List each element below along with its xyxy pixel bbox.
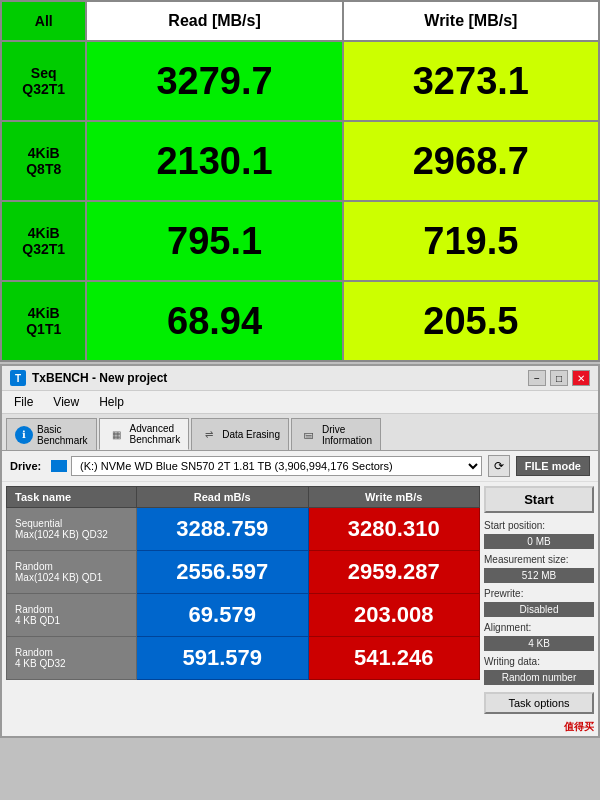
results-table: Task name Read mB/s Write mB/s Sequentia… — [6, 486, 480, 680]
start-pos-label: Start position: — [484, 520, 594, 531]
tab-drive-information[interactable]: 🖴 DriveInformation — [291, 418, 381, 450]
data-erasing-label: Data Erasing — [222, 429, 280, 440]
write-seq-max: 3280.310 — [308, 508, 480, 551]
start-pos-value: 0 MB — [484, 534, 594, 549]
read-rand-4kb-qd1: 69.579 — [137, 594, 309, 637]
read-col-header: Read mB/s — [137, 487, 309, 508]
menu-bar: File View Help — [2, 391, 598, 414]
task-rand-max: RandomMax(1024 KB) QD1 — [7, 551, 137, 594]
4kib-q32t1-write: 719.5 — [343, 201, 599, 281]
start-button[interactable]: Start — [484, 486, 594, 513]
4kib-q1t1-row: 4KiBQ1T1 68.94 205.5 — [1, 281, 599, 361]
tab-basic-benchmark[interactable]: ℹ BasicBenchmark — [6, 418, 97, 450]
4kib-q8t8-label: 4KiBQ8T8 — [1, 121, 86, 201]
seq-write: 3273.1 — [343, 41, 599, 121]
task-options-button[interactable]: Task options — [484, 692, 594, 714]
4kib-q8t8-row: 4KiBQ8T8 2130.1 2968.7 — [1, 121, 599, 201]
data-erasing-icon: ⇌ — [200, 426, 218, 444]
header-row: All Read [MB/s] Write [MB/s] — [1, 1, 599, 41]
table-row: Random4 KB QD1 69.579 203.008 — [7, 594, 480, 637]
advanced-benchmark-label: AdvancedBenchmark — [130, 423, 181, 445]
4kib-q1t1-label: 4KiBQ1T1 — [1, 281, 86, 361]
title-bar-left: T TxBENCH - New project — [10, 370, 167, 386]
main-content: Task name Read mB/s Write mB/s Sequentia… — [2, 482, 598, 718]
title-bar-controls[interactable]: − □ ✕ — [528, 370, 590, 386]
align-label: Alignment: — [484, 622, 594, 633]
drive-information-icon: 🖴 — [300, 426, 318, 444]
task-rand-4kb-qd32: Random4 KB QD32 — [7, 637, 137, 680]
write-rand-4kb-qd32: 541.246 — [308, 637, 480, 680]
seq-label: SeqQ32T1 — [1, 41, 86, 121]
tab-advanced-benchmark[interactable]: ▦ AdvancedBenchmark — [99, 418, 190, 450]
tabs-bar: ℹ BasicBenchmark ▦ AdvancedBenchmark ⇌ D… — [2, 414, 598, 451]
task-rand-4kb-qd1: Random4 KB QD1 — [7, 594, 137, 637]
benchmark-table: All Read [MB/s] Write [MB/s] SeqQ32T1 32… — [0, 0, 600, 362]
4kib-q1t1-read: 68.94 — [86, 281, 342, 361]
read-seq-max: 3288.759 — [137, 508, 309, 551]
app-icon: T — [10, 370, 26, 386]
basic-benchmark-icon: ℹ — [15, 426, 33, 444]
seq-read: 3279.7 — [86, 41, 342, 121]
results-header-row: Task name Read mB/s Write mB/s — [7, 487, 480, 508]
txbench-window: T TxBENCH - New project − □ ✕ File View … — [0, 364, 600, 738]
all-label: All — [1, 1, 86, 41]
writing-value: Random number — [484, 670, 594, 685]
write-col-header: Write mB/s — [308, 487, 480, 508]
drive-label: Drive: — [10, 460, 45, 472]
refresh-button[interactable]: ⟳ — [488, 455, 510, 477]
right-panel: Start Start position: 0 MB Measurement s… — [484, 486, 594, 714]
4kib-q8t8-read: 2130.1 — [86, 121, 342, 201]
help-menu[interactable]: Help — [95, 393, 128, 411]
basic-benchmark-label: BasicBenchmark — [37, 424, 88, 446]
maximize-button[interactable]: □ — [550, 370, 568, 386]
drive-row: Drive: (K:) NVMe WD Blue SN570 2T 1.81 T… — [2, 451, 598, 482]
seq-row: SeqQ32T1 3279.7 3273.1 — [1, 41, 599, 121]
prewrite-label: Prewrite: — [484, 588, 594, 599]
write-rand-4kb-qd1: 203.008 — [308, 594, 480, 637]
write-rand-max: 2959.287 — [308, 551, 480, 594]
align-value: 4 KB — [484, 636, 594, 651]
4kib-q32t1-label: 4KiBQ32T1 — [1, 201, 86, 281]
file-mode-button[interactable]: FILE mode — [516, 456, 590, 476]
title-bar: T TxBENCH - New project − □ ✕ — [2, 366, 598, 391]
advanced-benchmark-icon: ▦ — [108, 425, 126, 443]
4kib-q32t1-read: 795.1 — [86, 201, 342, 281]
4kib-q32t1-row: 4KiBQ32T1 795.1 719.5 — [1, 201, 599, 281]
table-row: SequentialMax(1024 KB) QD32 3288.759 328… — [7, 508, 480, 551]
measure-label: Measurement size: — [484, 554, 594, 565]
window-title: TxBENCH - New project — [32, 371, 167, 385]
drive-select[interactable]: (K:) NVMe WD Blue SN570 2T 1.81 TB (3,90… — [71, 456, 482, 476]
view-menu[interactable]: View — [49, 393, 83, 411]
minimize-button[interactable]: − — [528, 370, 546, 386]
read-rand-4kb-qd32: 591.579 — [137, 637, 309, 680]
table-row: Random4 KB QD32 591.579 541.246 — [7, 637, 480, 680]
read-header: Read [MB/s] — [86, 1, 342, 41]
read-rand-max: 2556.597 — [137, 551, 309, 594]
top-benchmark-section: All Read [MB/s] Write [MB/s] SeqQ32T1 32… — [0, 0, 600, 362]
task-col-header: Task name — [7, 487, 137, 508]
table-row: RandomMax(1024 KB) QD1 2556.597 2959.287 — [7, 551, 480, 594]
prewrite-value: Disabled — [484, 602, 594, 617]
writing-label: Writing data: — [484, 656, 594, 667]
4kib-q8t8-write: 2968.7 — [343, 121, 599, 201]
4kib-q1t1-write: 205.5 — [343, 281, 599, 361]
drive-icon — [51, 460, 67, 472]
measure-value: 512 MB — [484, 568, 594, 583]
write-header: Write [MB/s] — [343, 1, 599, 41]
tab-data-erasing[interactable]: ⇌ Data Erasing — [191, 418, 289, 450]
task-seq-max: SequentialMax(1024 KB) QD32 — [7, 508, 137, 551]
drive-information-label: DriveInformation — [322, 424, 372, 446]
close-button[interactable]: ✕ — [572, 370, 590, 386]
file-menu[interactable]: File — [10, 393, 37, 411]
results-area: Task name Read mB/s Write mB/s Sequentia… — [6, 486, 480, 714]
watermark: 值得买 — [2, 718, 598, 736]
